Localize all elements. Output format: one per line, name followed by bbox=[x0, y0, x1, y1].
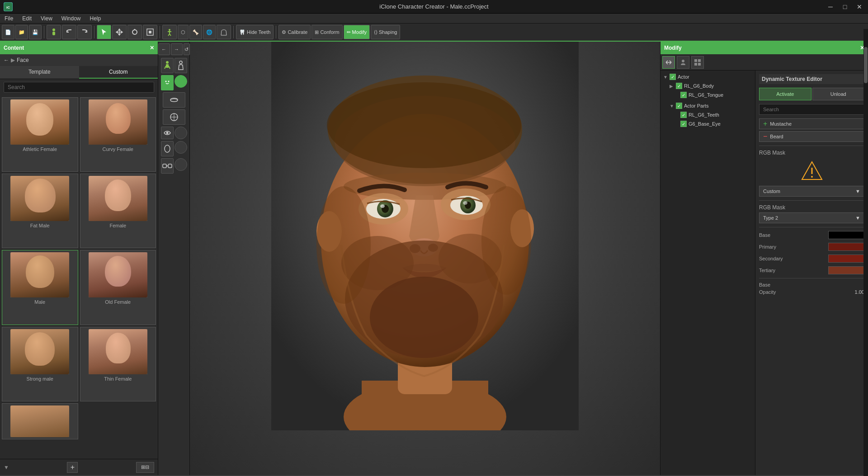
nav-left-icon[interactable]: ← bbox=[158, 43, 170, 55]
tb-redo-button[interactable] bbox=[77, 25, 92, 39]
tree-actor[interactable]: ▼ ✓ Actor bbox=[660, 72, 755, 81]
tab-custom[interactable]: Custom bbox=[79, 66, 158, 79]
add-button[interactable]: + bbox=[67, 462, 78, 473]
tree-actor-parts[interactable]: ▼ ✓ Actor Parts bbox=[660, 101, 755, 110]
circle3-icon[interactable] bbox=[175, 158, 187, 171]
activate-button[interactable]: Activate bbox=[759, 88, 811, 100]
char-card[interactable]: Fat Male bbox=[2, 174, 78, 248]
char-card[interactable]: Female bbox=[80, 174, 156, 248]
breadcrumb: ← ▶ Face bbox=[0, 54, 158, 66]
tree-check-icon[interactable]: ✓ bbox=[680, 112, 687, 118]
tertiary-color-row: Tertiary bbox=[759, 266, 864, 274]
ear-icon[interactable] bbox=[161, 141, 174, 156]
tree-tongue[interactable]: ✓ RL_G6_Tongue bbox=[660, 90, 755, 99]
unload-button[interactable]: Unload bbox=[812, 88, 865, 100]
refresh-icon[interactable]: ↺ bbox=[184, 43, 190, 55]
char-card[interactable]: Curvy Female bbox=[80, 97, 156, 172]
nav-right-icon[interactable]: → bbox=[171, 43, 183, 55]
tb-globe-button[interactable]: 🌐 bbox=[203, 25, 216, 39]
circle-small-icon[interactable] bbox=[175, 127, 187, 139]
rp-tab-person[interactable] bbox=[677, 56, 689, 69]
morph-icon[interactable] bbox=[163, 109, 185, 125]
base-color-swatch[interactable] bbox=[828, 231, 864, 239]
tree-check-icon[interactable]: ✓ bbox=[680, 92, 687, 98]
maximize-button[interactable]: □ bbox=[838, 0, 852, 14]
open-button[interactable]: 📁 bbox=[15, 25, 28, 39]
body-icon[interactable] bbox=[161, 58, 174, 73]
tree-arrow-icon: ▼ bbox=[670, 104, 675, 108]
tb-scale-button[interactable] bbox=[143, 25, 157, 39]
expression-icon[interactable] bbox=[163, 92, 185, 108]
menu-view[interactable]: View bbox=[36, 14, 57, 23]
close-panel-icon[interactable]: ✕ bbox=[150, 45, 154, 51]
glasses-icon[interactable] bbox=[161, 158, 174, 174]
char-card[interactable]: Male bbox=[2, 250, 78, 325]
menu-file[interactable]: File bbox=[0, 14, 18, 23]
opacity-value-row: Opacity 1.00 bbox=[759, 289, 864, 295]
menu-window[interactable]: Window bbox=[57, 14, 85, 23]
right-scrollbar[interactable] bbox=[863, 29, 868, 476]
tb-pose-button[interactable] bbox=[162, 25, 177, 39]
mustache-button[interactable]: + Mustache bbox=[759, 118, 864, 129]
secondary-color-swatch[interactable] bbox=[828, 254, 864, 263]
calibrate-button[interactable]: ⚙ Calibrate bbox=[278, 25, 311, 39]
menu-edit[interactable]: Edit bbox=[18, 14, 36, 23]
custom-dropdown[interactable]: Custom ▼ bbox=[759, 186, 864, 197]
conform-button[interactable]: ⊞ Conform bbox=[311, 25, 342, 39]
tb-rotate-button[interactable] bbox=[127, 25, 142, 39]
save-button[interactable]: 💾 bbox=[29, 25, 42, 39]
modify-button[interactable]: ✏ Modify bbox=[344, 25, 370, 39]
right-panel: Modify ✕ ▼ ✓ Actor bbox=[660, 42, 868, 475]
char-card[interactable] bbox=[2, 403, 78, 439]
minimize-button[interactable]: ─ bbox=[824, 0, 837, 14]
menu-help[interactable]: Help bbox=[85, 14, 106, 23]
tb-select-button[interactable] bbox=[97, 25, 111, 39]
char-card[interactable]: Athletic Female bbox=[2, 97, 78, 172]
options-button[interactable]: ⊞⊟ bbox=[136, 462, 154, 473]
close-button[interactable]: ✕ bbox=[853, 0, 866, 14]
char-card[interactable]: Strong male bbox=[2, 327, 78, 401]
tb-morph-button[interactable]: ⬡ bbox=[178, 25, 189, 39]
char-name: Male bbox=[34, 299, 45, 305]
face-shape-icon[interactable] bbox=[161, 75, 174, 90]
tab-template[interactable]: Template bbox=[0, 66, 79, 79]
rp-tab-arrows[interactable] bbox=[662, 56, 675, 69]
char-card[interactable]: Thin Female bbox=[80, 327, 156, 401]
scroll-down-icon[interactable]: ▼ bbox=[4, 464, 9, 471]
tb-figure-button[interactable] bbox=[47, 25, 61, 39]
person-icon[interactable] bbox=[175, 58, 187, 73]
type2-dropdown[interactable]: Type 2 ▼ bbox=[759, 212, 864, 223]
tree-check-icon[interactable]: ✓ bbox=[676, 83, 682, 89]
texture-search-input[interactable] bbox=[759, 104, 864, 115]
hide-teeth-button[interactable]: 🦷 Hide Teeth bbox=[236, 25, 274, 39]
char-name: Curvy Female bbox=[103, 146, 133, 152]
char-card[interactable]: Old Female bbox=[80, 250, 156, 325]
tree-check-icon[interactable]: ✓ bbox=[676, 103, 682, 109]
tertiary-color-swatch[interactable] bbox=[828, 266, 864, 274]
tb-move-button[interactable] bbox=[112, 25, 127, 39]
eye-icon[interactable] bbox=[161, 127, 174, 139]
svg-rect-62 bbox=[698, 63, 701, 66]
char-thumbnail bbox=[89, 329, 147, 374]
tree-eye[interactable]: ✓ G6_Base_Eye bbox=[660, 119, 755, 128]
face-dot-icon[interactable] bbox=[175, 75, 187, 88]
back-arrow-icon[interactable]: ← bbox=[4, 57, 9, 63]
tree-check-icon[interactable]: ✓ bbox=[680, 121, 687, 127]
primary-color-swatch[interactable] bbox=[828, 243, 864, 251]
tree-teeth[interactable]: ✓ RL_G6_Teeth bbox=[660, 110, 755, 119]
rp-tab-grid[interactable] bbox=[691, 56, 704, 69]
tb-cloth-button[interactable] bbox=[217, 25, 231, 39]
tree-actor-label: Actor bbox=[678, 74, 689, 80]
tb-bone-button[interactable]: 🦴 bbox=[189, 25, 202, 39]
char-name: Thin Female bbox=[104, 376, 132, 382]
circle2-icon[interactable] bbox=[175, 141, 187, 154]
tb-undo-button[interactable] bbox=[62, 25, 76, 39]
beard-button[interactable]: − Beard bbox=[759, 131, 864, 142]
tree-check-icon[interactable]: ✓ bbox=[670, 74, 676, 80]
search-input[interactable] bbox=[4, 82, 154, 93]
hide-teeth-icon: 🦷 bbox=[239, 29, 245, 35]
char-name: Fat Male bbox=[30, 223, 50, 228]
tree-body[interactable]: ▶ ✓ RL_G6_Body bbox=[660, 81, 755, 90]
shaping-button[interactable]: ⟨⟩ Shaping bbox=[371, 25, 400, 39]
new-button[interactable]: 📄 bbox=[2, 25, 14, 39]
